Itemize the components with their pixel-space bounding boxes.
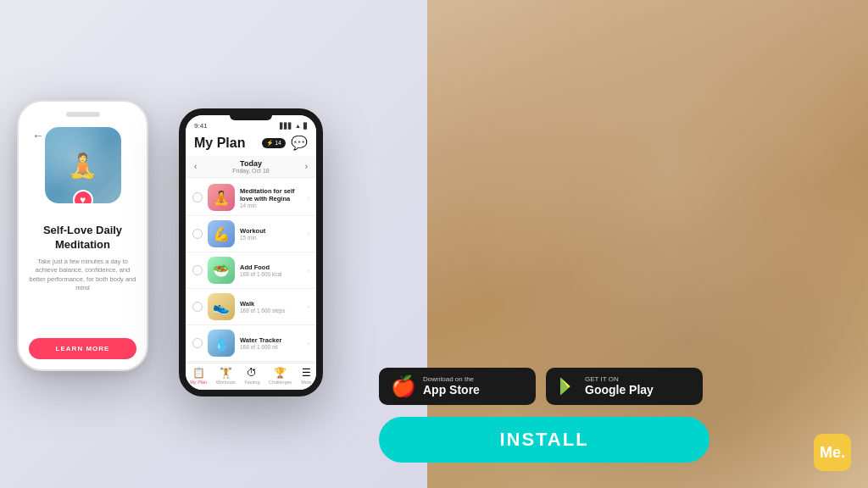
appstore-button[interactable]: 🍎 Download on the App Store bbox=[379, 368, 536, 405]
googleplay-text: GET IT ON Google Play bbox=[585, 376, 654, 397]
food-thumb: 🥗 bbox=[208, 257, 235, 284]
activity-info: Meditation for self love with Regina 14 … bbox=[240, 187, 302, 208]
activity-circle bbox=[192, 338, 203, 348]
chevron-right-icon: › bbox=[307, 340, 309, 347]
googleplay-button[interactable]: GET IT ON Google Play bbox=[546, 368, 703, 405]
appstore-top-text: Download on the bbox=[423, 376, 480, 383]
heart-badge: ♥ bbox=[73, 190, 93, 203]
nav-item-fasting[interactable]: ⏱ Fasting bbox=[244, 367, 259, 385]
phone-white: ← 🧘 ♥ Self-Love Daily Meditation Take ju… bbox=[17, 100, 148, 371]
phone-screen: 9:41 ▋▋▋ ▲ ▊ My Plan ⚡ 14 💬 bbox=[186, 115, 316, 390]
activity-circle bbox=[192, 192, 203, 202]
back-button[interactable]: ← bbox=[32, 129, 44, 142]
challenges-icon: 🏆 bbox=[274, 367, 287, 379]
activity-circle bbox=[192, 229, 203, 239]
battery-icon: ▊ bbox=[303, 123, 308, 130]
myplan-label: My Plan bbox=[190, 380, 207, 385]
wifi-icon: ▲ bbox=[295, 123, 301, 129]
nav-item-myplan[interactable]: 📋 My Plan bbox=[190, 367, 207, 385]
my-plan-title: My Plan bbox=[194, 136, 245, 151]
content-layer: ← 🧘 ♥ Self-Love Daily Meditation Take ju… bbox=[0, 0, 868, 488]
chevron-right-icon: › bbox=[307, 194, 309, 202]
workouts-icon: 🏋️ bbox=[220, 367, 232, 379]
install-button[interactable]: INSTALL bbox=[379, 417, 709, 463]
activity-item-walk[interactable]: 👟 Walk 168 of 1 600 steps › bbox=[186, 289, 316, 325]
learn-more-button[interactable]: LEARN MORE bbox=[29, 338, 136, 359]
googleplay-main-text: Google Play bbox=[585, 383, 654, 397]
fasting-label: Fasting bbox=[244, 380, 259, 385]
fasting-icon: ⏱ bbox=[247, 367, 257, 379]
meditation-figure: 🧘 bbox=[68, 152, 97, 180]
chevron-right-icon: › bbox=[307, 267, 309, 274]
phone-bottom-nav: 📋 My Plan 🏋️ Workouts ⏱ Fasting 🏆 Challe… bbox=[186, 363, 316, 390]
meditation-thumb: 🧘 bbox=[208, 184, 235, 211]
today-nav: ‹ Today Friday, Oct 18 › bbox=[186, 156, 316, 178]
activity-circle bbox=[192, 302, 203, 312]
activity-name: Workout bbox=[240, 227, 302, 235]
phone-white-title: Self-Love Daily Meditation bbox=[29, 224, 136, 252]
more-label: More bbox=[301, 380, 312, 385]
walk-thumb: 👟 bbox=[208, 293, 235, 320]
prev-day-button[interactable]: ‹ bbox=[194, 162, 197, 171]
my-plan-icons: ⚡ 14 💬 bbox=[262, 135, 308, 151]
activity-sub: 168 of 1 600 steps bbox=[240, 308, 302, 313]
today-label: Today bbox=[232, 159, 269, 168]
time: 9:41 bbox=[194, 122, 208, 130]
water-thumb: 💧 bbox=[208, 330, 235, 357]
googleplay-icon bbox=[558, 376, 578, 396]
more-icon: ☰ bbox=[302, 367, 311, 379]
today-date: Friday, Oct 18 bbox=[232, 168, 269, 174]
message-icon[interactable]: 💬 bbox=[291, 135, 308, 151]
apple-icon: 🍎 bbox=[391, 374, 416, 398]
activity-sub: 168 of 1 600 ml bbox=[240, 344, 302, 350]
nav-item-challenges[interactable]: 🏆 Challenges bbox=[269, 367, 292, 385]
activity-name: Add Food bbox=[240, 263, 302, 271]
activity-info: Add Food 168 of 1 600 kcal bbox=[240, 263, 302, 277]
activity-item-water[interactable]: 💧 Water Tracker 168 of 1 600 ml › bbox=[186, 325, 316, 362]
activity-item-meditation[interactable]: 🧘 Meditation for self love with Regina 1… bbox=[186, 180, 316, 216]
workout-thumb: 💪 bbox=[208, 220, 235, 247]
lightning-count: 14 bbox=[275, 140, 281, 146]
activity-item-food[interactable]: 🥗 Add Food 168 of 1 600 kcal › bbox=[186, 252, 316, 289]
my-plan-header: My Plan ⚡ 14 💬 bbox=[186, 133, 316, 156]
activity-name: Water Tracker bbox=[240, 336, 302, 344]
chevron-right-icon: › bbox=[307, 303, 309, 311]
lightning-badge[interactable]: ⚡ 14 bbox=[262, 138, 286, 148]
googleplay-top-text: GET IT ON bbox=[585, 376, 654, 383]
chevron-right-icon: › bbox=[307, 230, 309, 238]
appstore-text: Download on the App Store bbox=[423, 376, 480, 397]
next-day-button[interactable]: › bbox=[305, 162, 308, 171]
phone-dark: 9:41 ▋▋▋ ▲ ▊ My Plan ⚡ 14 💬 bbox=[179, 108, 323, 396]
activity-info: Water Tracker 168 of 1 600 ml bbox=[240, 336, 302, 350]
activity-name: Walk bbox=[240, 300, 302, 308]
nav-item-more[interactable]: ☰ More bbox=[301, 367, 312, 385]
lightning-icon: ⚡ bbox=[266, 140, 274, 147]
activity-list: 🧘 Meditation for self love with Regina 1… bbox=[186, 178, 316, 363]
right-section: 🍎 Download on the App Store GET IT ON bbox=[362, 0, 851, 488]
activity-sub: 15 min bbox=[240, 235, 302, 241]
signal-icon: ▋▋▋ bbox=[280, 123, 292, 130]
activity-circle bbox=[192, 265, 203, 275]
activity-info: Workout 15 min bbox=[240, 227, 302, 241]
nav-item-workouts[interactable]: 🏋️ Workouts bbox=[216, 367, 236, 385]
activity-sub: 168 of 1 600 kcal bbox=[240, 271, 302, 277]
appstore-main-text: App Store bbox=[423, 383, 480, 397]
today-text: Today Friday, Oct 18 bbox=[232, 159, 269, 174]
phone-white-desc: Take just a few minutes a day to achieve… bbox=[29, 258, 136, 293]
workouts-label: Workouts bbox=[216, 380, 236, 385]
store-buttons: 🍎 Download on the App Store GET IT ON bbox=[379, 368, 703, 405]
meditation-image: 🧘 ♥ bbox=[45, 127, 121, 203]
myplan-icon: 📋 bbox=[192, 367, 205, 379]
challenges-label: Challenges bbox=[269, 380, 292, 385]
activity-item-workout[interactable]: 💪 Workout 15 min › bbox=[186, 216, 316, 252]
activity-name: Meditation for self love with Regina bbox=[240, 187, 302, 202]
activity-sub: 14 min bbox=[240, 202, 302, 208]
phone-notch bbox=[230, 115, 272, 120]
status-right: ▋▋▋ ▲ ▊ bbox=[280, 123, 308, 130]
activity-info: Walk 168 of 1 600 steps bbox=[240, 300, 302, 313]
